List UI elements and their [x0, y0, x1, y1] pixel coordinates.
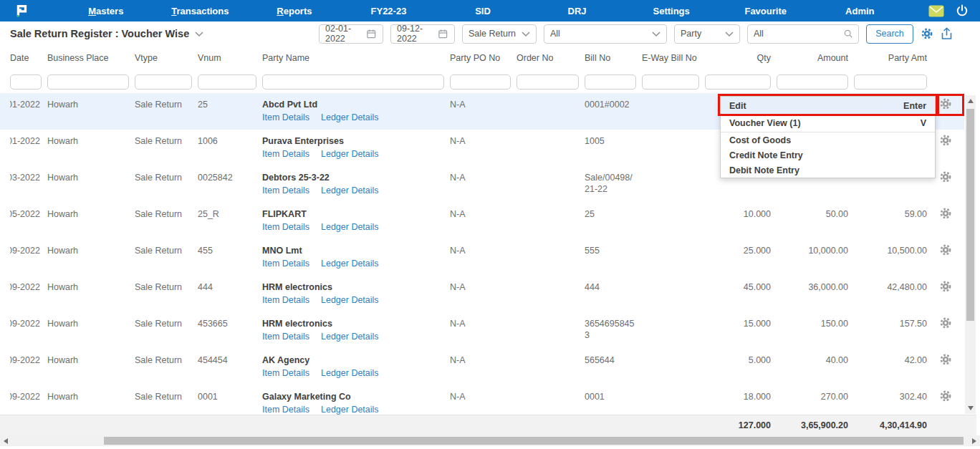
nav-item-drj[interactable]: DRJ — [530, 6, 625, 16]
nav-item-masters[interactable]: Masters — [59, 6, 153, 16]
cell-vnum: 454454 — [198, 354, 262, 366]
search-input[interactable] — [754, 29, 840, 39]
table-row[interactable]: 05-2022HowarhSale Return25_RFLIPKARTN-A2… — [0, 203, 964, 239]
cell-amount: 270.00 — [777, 391, 854, 402]
voucher-type-value: Sale Return — [469, 29, 517, 39]
power-icon[interactable] — [956, 4, 969, 17]
page-title-dropdown[interactable]: Sale Return Register : Voucher Wise — [10, 28, 203, 39]
cell-date: 05-2022 — [10, 208, 47, 220]
row-gear-icon[interactable] — [933, 390, 959, 402]
ledger-details-link[interactable]: Ledger Details — [321, 405, 379, 415]
item-details-link[interactable]: Item Details — [262, 295, 309, 305]
date-to-input[interactable]: 09-12-2022 — [390, 24, 455, 44]
filter-input-party_name[interactable] — [262, 74, 444, 90]
calendar-icon[interactable] — [438, 29, 448, 39]
mail-icon[interactable] — [928, 5, 944, 17]
menu-item-credit-note-entry[interactable]: Credit Note Entry — [721, 148, 935, 163]
cell-bill_no: 555 — [585, 245, 642, 256]
filter-input-date[interactable] — [10, 74, 42, 90]
ledger-details-link[interactable]: Ledger Details — [321, 368, 379, 378]
nav-item-admin[interactable]: Admin — [813, 6, 908, 16]
cell-vnum: 25_R — [198, 208, 262, 220]
filter-all-select[interactable]: All — [544, 24, 667, 44]
cell-party_po_no: N-A — [450, 135, 517, 147]
nav-item-reports[interactable]: Reports — [247, 6, 342, 16]
filter-input-qty[interactable] — [705, 74, 771, 90]
table-row[interactable]: 09-2022HowarhSale Return444HRM electroni… — [0, 276, 964, 312]
nav-item-favourite[interactable]: Favourite — [719, 6, 813, 16]
scroll-left-arrow[interactable] — [4, 438, 8, 444]
menu-item-voucher-view-1-[interactable]: Voucher View (1)V — [721, 115, 935, 132]
filter-input-vtype[interactable] — [135, 74, 192, 90]
filter-input-amount[interactable] — [777, 74, 848, 90]
row-gear-icon[interactable] — [933, 207, 959, 220]
date-from-input[interactable]: 02-01-2022 — [319, 24, 383, 44]
scroll-up-arrow[interactable] — [968, 99, 974, 103]
cell-party_po_no: N-A — [450, 245, 517, 256]
cell-date: 09-2022 — [10, 318, 47, 329]
table-row[interactable]: 09-2022HowarhSale Return0001Galaxy Marke… — [0, 385, 964, 415]
item-details-link[interactable]: Item Details — [262, 405, 309, 415]
row-gear-icon[interactable] — [933, 97, 959, 110]
filter-input-eway_bill_no[interactable] — [642, 74, 699, 90]
cell-vtype: Sale Return — [135, 99, 198, 110]
filter-input-vnum[interactable] — [198, 74, 256, 90]
table-row[interactable]: 09-2022HowarhSale Return455MNO LmtN-A555… — [0, 239, 964, 276]
filter-input-business_place[interactable] — [47, 74, 129, 90]
table-row[interactable]: 09-2022HowarhSale Return453665HRM electr… — [0, 312, 964, 349]
item-details-link[interactable]: Item Details — [262, 368, 309, 378]
ledger-details-link[interactable]: Ledger Details — [321, 259, 379, 269]
search-button[interactable]: Search — [866, 24, 913, 44]
ledger-details-link[interactable]: Ledger Details — [321, 295, 379, 305]
search-by-select[interactable]: Party — [674, 24, 740, 44]
item-details-link[interactable]: Item Details — [262, 185, 309, 195]
ledger-details-link[interactable]: Ledger Details — [321, 185, 379, 195]
row-gear-icon[interactable] — [933, 243, 959, 256]
filter-all-value: All — [550, 29, 648, 39]
filter-input-party_po_no[interactable] — [450, 74, 511, 90]
calendar-icon[interactable] — [366, 29, 377, 39]
horizontal-scroll-thumb[interactable] — [104, 437, 964, 445]
table-row[interactable]: 09-2022HowarhSale Return454454AK AgencyN… — [0, 349, 964, 385]
item-details-link[interactable]: Item Details — [262, 112, 309, 122]
settings-gear-icon[interactable] — [921, 27, 933, 40]
ledger-details-link[interactable]: Ledger Details — [321, 332, 379, 342]
nav-item-fy22-23[interactable]: FY22-23 — [342, 6, 436, 16]
ledger-details-link[interactable]: Ledger Details — [321, 112, 379, 122]
filter-input-party_amt[interactable] — [854, 74, 927, 90]
cell-party_amt: 302.40 — [854, 391, 933, 402]
item-details-link[interactable]: Item Details — [262, 259, 309, 269]
row-gear-icon[interactable] — [933, 317, 959, 329]
vertical-scroll-thumb[interactable] — [966, 109, 974, 321]
ledger-details-link[interactable]: Ledger Details — [321, 149, 379, 159]
item-details-link[interactable]: Item Details — [262, 332, 309, 342]
menu-item-debit-note-entry[interactable]: Debit Note Entry — [721, 163, 935, 178]
vertical-scrollbar[interactable] — [965, 95, 976, 414]
app-logo[interactable] — [13, 2, 30, 19]
ledger-details-link[interactable]: Ledger Details — [321, 222, 379, 232]
nav-item-transactions[interactable]: Transactions — [153, 6, 248, 16]
row-gear-icon[interactable] — [933, 280, 959, 293]
horizontal-scrollbar[interactable] — [0, 435, 980, 446]
filter-input-bill_no[interactable] — [585, 74, 636, 90]
nav-item-sid[interactable]: SID — [436, 6, 530, 16]
filter-input-order_no[interactable] — [517, 74, 579, 90]
column-header-party_amt: Party Amt — [854, 53, 933, 63]
scroll-down-arrow[interactable] — [968, 406, 974, 410]
row-gear-icon[interactable] — [933, 170, 959, 183]
search-box — [747, 24, 859, 44]
cell-vtype: Sale Return — [135, 354, 198, 366]
menu-item-cost-of-goods[interactable]: Cost of Goods — [721, 132, 935, 148]
nav-item-settings[interactable]: Settings — [624, 6, 719, 16]
voucher-type-select[interactable]: Sale Return — [462, 24, 537, 44]
cell-vtype: Sale Return — [135, 208, 198, 220]
item-details-link[interactable]: Item Details — [262, 222, 309, 232]
row-gear-icon[interactable] — [933, 134, 959, 147]
cell-date: 09-2022 — [10, 391, 47, 402]
scroll-right-arrow[interactable] — [972, 438, 976, 444]
cell-business_place: Howarh — [47, 245, 135, 256]
menu-item-edit[interactable]: EditEnter — [721, 97, 935, 115]
item-details-link[interactable]: Item Details — [262, 149, 309, 159]
export-share-icon[interactable] — [941, 27, 953, 40]
row-gear-icon[interactable] — [933, 353, 959, 366]
